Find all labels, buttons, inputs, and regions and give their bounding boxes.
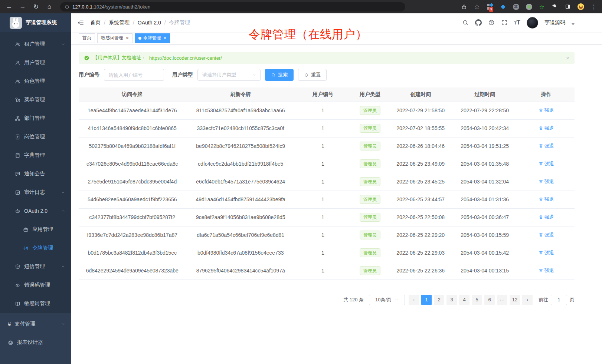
table-row: 6d842e2924594de9a09e45e087323abe 8796295… <box>79 262 575 279</box>
force-logout-button[interactable]: 强退 <box>539 232 554 238</box>
tab-close-icon[interactable]: × <box>126 36 129 40</box>
signal-icon <box>23 245 29 251</box>
search-icon <box>271 73 276 77</box>
font-size-icon[interactable] <box>514 19 520 26</box>
breadcrumb-separator: / <box>133 20 134 26</box>
browser-home-button[interactable]: ⌂ <box>45 2 54 11</box>
user-type-placeholder: 请选择用户类型 <box>202 72 236 78</box>
force-logout-button[interactable]: 强退 <box>539 161 554 167</box>
page-button-1[interactable]: 1 <box>421 295 432 305</box>
address-bar[interactable]: 127.0.0.1:1024/system/oauth2/token <box>60 2 405 11</box>
bookmark-star-icon[interactable]: ☆ <box>473 3 481 10</box>
tab-令牌管理[interactable]: 令牌管理× <box>135 33 170 43</box>
page-button-4[interactable]: 4 <box>459 295 470 305</box>
sidebar-item-code[interactable]: 错误码管理 <box>0 276 71 294</box>
force-logout-button[interactable]: 强退 <box>539 178 554 185</box>
force-logout-button[interactable]: 强退 <box>539 143 554 149</box>
green-star-extension-icon[interactable]: ☆ <box>538 3 546 10</box>
pagination: 共 120 条 10条/页 ‹ 123456···12 › 前往 页 <box>79 295 575 305</box>
sidebar-item-tree[interactable]: 菜单管理 <box>0 90 71 109</box>
fullscreen-icon[interactable] <box>501 19 508 26</box>
sidebar-item-shield[interactable]: 短信管理 <box>0 257 71 276</box>
split-view-icon[interactable] <box>564 3 572 10</box>
profile-avatar-icon[interactable] <box>577 3 585 10</box>
search-button[interactable]: 搜索 <box>265 69 294 81</box>
tab-close-icon[interactable]: × <box>164 36 167 40</box>
force-logout-button[interactable]: 强退 <box>539 214 554 221</box>
force-logout-button[interactable]: 强退 <box>539 249 554 256</box>
breadcrumb-item[interactable]: 首页 <box>90 19 101 26</box>
user-type-cell: 管理员 <box>350 244 390 262</box>
user-menu-caret-icon[interactable] <box>572 23 575 25</box>
page-button-12[interactable]: 12 <box>510 295 520 305</box>
sidebar-item-robot[interactable]: OAuth 2.0 <box>0 202 71 220</box>
prev-page-button[interactable]: ‹ <box>409 295 419 305</box>
breadcrumb-item[interactable]: OAuth 2.0 <box>138 20 161 26</box>
expire-time-cell: 2054-03-10 20:42:34 <box>452 119 518 137</box>
page-ellipsis[interactable]: ··· <box>497 295 507 305</box>
share-icon[interactable] <box>460 3 468 10</box>
breadcrumb-item[interactable]: 系统管理 <box>109 19 130 26</box>
sidebar: 芋道管理系统 租户管理用户管理角色管理菜单管理部门管理岗位管理字典管理通知公告审… <box>0 13 71 364</box>
user-type-select[interactable]: 请选择用户类型 <box>197 69 261 81</box>
create-time-cell: 2022-06-25 23:49:09 <box>390 155 452 173</box>
extension-blocks-icon[interactable]: 9 <box>486 3 494 10</box>
puzzle-extensions-icon[interactable] <box>551 3 559 10</box>
sidebar-item-users[interactable]: 角色管理 <box>0 72 71 90</box>
page-button-2[interactable]: 2 <box>434 295 444 305</box>
page-button-5[interactable]: 5 <box>472 295 482 305</box>
doc-link[interactable]: https://doc.iocoder.cn/user-center/ <box>149 55 222 61</box>
search-icon[interactable] <box>462 19 469 26</box>
command-extension-icon[interactable]: ⌘ <box>512 3 520 10</box>
refresh-token-cell: 811c530487574fa0af1a59d3abc1aa66 <box>186 102 295 119</box>
user-avatar[interactable] <box>527 17 538 29</box>
sidebar-fold-icon[interactable] <box>77 19 84 26</box>
recorder-extension-icon[interactable] <box>525 3 533 10</box>
sidebar-item-badge[interactable]: 岗位管理 <box>0 128 71 146</box>
sidebar-item-dict[interactable]: 字典管理 <box>0 146 71 165</box>
page-button-3[interactable]: 3 <box>446 295 457 305</box>
force-logout-button[interactable]: 强退 <box>539 107 554 114</box>
sidebar-item-briefcase[interactable]: 应用管理 <box>0 220 71 239</box>
github-icon[interactable] <box>475 19 482 26</box>
tab-敏感词管理[interactable]: 敏感词管理× <box>97 33 132 43</box>
expire-time-cell: 2054-03-04 00:15:42 <box>452 244 518 262</box>
goto-page: 前往 页 <box>539 295 575 305</box>
refresh-token-cell: 333ecfc71e02480cb11055c875c3ca0f <box>186 119 295 137</box>
total-count: 共 120 条 <box>343 297 364 303</box>
sidebar-item-comment[interactable]: 通知公告 <box>0 165 71 183</box>
refresh-token-cell: b0df4980ffd34c67a08f9156e4eee733 <box>186 244 295 262</box>
sidebar-item-yen[interactable]: ¥支付管理 <box>0 315 71 333</box>
sidebar-item-user[interactable]: 用户管理 <box>0 53 71 72</box>
create-time-cell: 2022-07-02 18:55:55 <box>390 119 452 137</box>
col-user-id: 用户编号 <box>295 87 350 102</box>
sidebar-item-sitemap[interactable]: 部门管理 <box>0 109 71 128</box>
alert-text: 【用户体系】文档地址： <box>93 54 146 61</box>
force-logout-button[interactable]: 强退 <box>539 196 554 203</box>
page-button-6[interactable]: 6 <box>484 295 495 305</box>
browser-back-button[interactable]: ← <box>4 2 14 11</box>
diamond-extension-icon[interactable] <box>499 3 507 10</box>
reset-button[interactable]: 重置 <box>298 69 327 81</box>
browser-reload-button[interactable]: ↻ <box>31 2 41 11</box>
force-logout-button[interactable]: 强退 <box>539 125 554 132</box>
username[interactable]: 芋道源码 <box>544 19 565 26</box>
sidebar-item-users[interactable]: 租户管理 <box>0 35 71 53</box>
next-page-button[interactable]: › <box>522 295 533 305</box>
trash-icon <box>539 161 543 166</box>
browser-forward-button[interactable]: → <box>18 2 27 11</box>
page-size-select[interactable]: 10条/页 <box>369 295 405 305</box>
sidebar-item-lifering[interactable]: 报表设计器 <box>0 333 71 352</box>
goto-page-input[interactable] <box>551 295 567 305</box>
sidebar-item-book[interactable]: 敏感词管理 <box>0 294 71 313</box>
user-id-input[interactable] <box>104 69 164 81</box>
help-icon[interactable] <box>488 19 495 26</box>
force-logout-button[interactable]: 强退 <box>539 267 554 274</box>
trash-icon <box>539 143 543 148</box>
chevron-down-icon <box>252 73 256 77</box>
alert-close-icon[interactable]: × <box>566 55 569 61</box>
sidebar-item-signal[interactable]: 令牌管理 <box>0 239 71 257</box>
sidebar-item-log[interactable]: 审计日志 <box>0 183 71 202</box>
tab-首页[interactable]: 首页 <box>79 33 95 43</box>
browser-menu-icon[interactable]: ⋮ <box>590 3 598 10</box>
